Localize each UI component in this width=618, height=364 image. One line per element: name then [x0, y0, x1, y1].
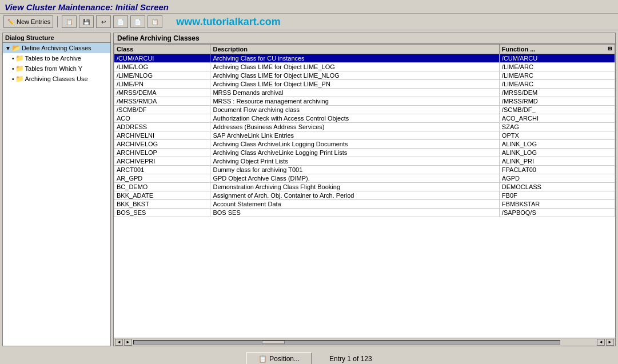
- table-row[interactable]: BOS_SESBOS SES/SAPBOQ/S: [114, 209, 615, 217]
- cell-class: AR_GPD: [114, 174, 210, 183]
- scroll-right-btn-3[interactable]: ►: [606, 339, 614, 346]
- table-row[interactable]: ARCHIVELNISAP ArchiveLink Link EntriesOP…: [114, 131, 615, 140]
- icon-4: 📄: [116, 17, 125, 26]
- folder-icon-1: 📁: [15, 54, 24, 62]
- cell-description: GPD Object Archive Class (DIMP).: [210, 174, 499, 183]
- dialog-structure-panel: Dialog Structure ▼ 📂 Define Archiving Cl…: [2, 33, 111, 346]
- new-entries-icon: ✏️: [6, 17, 15, 26]
- table-header-row: Class Description Function ... ⊞: [114, 45, 615, 54]
- col-header-function: Function ... ⊞: [499, 45, 615, 54]
- position-button[interactable]: 📋 Position...: [246, 352, 312, 364]
- sidebar-item-define[interactable]: ▼ 📂 Define Archiving Classes: [3, 43, 110, 53]
- cell-class: /LIME/PN: [114, 80, 210, 89]
- table-row[interactable]: ARCHIVEPRIArchiving Object Print ListsAL…: [114, 157, 615, 166]
- cell-function: DEMOCLASS: [499, 183, 615, 191]
- cell-description: Archiving Class ArchiveLink Logging Docu…: [210, 140, 499, 149]
- sidebar-item-archiving-label: Archiving Classes Use: [25, 75, 88, 82]
- cell-description: Demonstration Archiving Class Flight Boo…: [210, 183, 499, 191]
- table-row[interactable]: /LIME/PNArchiving Class LIME for Object …: [114, 80, 615, 89]
- scroll-left-btn[interactable]: ◄: [115, 339, 123, 346]
- toolbar-btn-3[interactable]: ↩: [96, 15, 111, 28]
- cell-function: /LIME/ARC: [499, 71, 615, 80]
- tree-arrow-define: ▼: [5, 45, 11, 51]
- cell-description: SAP ArchiveLink Link Entries: [210, 131, 499, 140]
- cell-description: BOS SES: [210, 209, 499, 217]
- toolbar-btn-6[interactable]: 📋: [147, 15, 162, 28]
- table-body: /CUM/ARCUIArchiving Class for CU instanc…: [114, 54, 615, 217]
- cell-description: Dummy class for archiving T001: [210, 166, 499, 174]
- folder-open-icon: 📂: [12, 44, 21, 52]
- table-row[interactable]: ACOAuthorization Check with Access Contr…: [114, 114, 615, 123]
- cell-description: Archiving Class for CU instances: [210, 54, 499, 63]
- scroll-track[interactable]: [133, 340, 560, 345]
- toolbar-btn-4[interactable]: 📄: [113, 15, 128, 28]
- cell-function: /MRSS/DEM: [499, 89, 615, 97]
- tree-arrow-arch: •: [12, 76, 14, 82]
- cell-description: Addresses (Business Address Services): [210, 123, 499, 131]
- cell-description: Archiving Class LIME for Object LIME_PN: [210, 80, 499, 89]
- table-row[interactable]: /SCMB/DFDocument Flow archiving class/SC…: [114, 106, 615, 114]
- cell-class: ARCT001: [114, 166, 210, 174]
- table-row[interactable]: ARCHIVELOPArchiving Class ArchiveLinke L…: [114, 149, 615, 157]
- sidebar-item-tables-archive[interactable]: • 📁 Tables to be Archive: [3, 53, 110, 63]
- table-row[interactable]: /CUM/ARCUIArchiving Class for CU instanc…: [114, 54, 615, 63]
- scroll-thumb[interactable]: [262, 341, 285, 344]
- cell-class: ARCHIVELOG: [114, 140, 210, 149]
- col-header-description: Description: [210, 45, 499, 54]
- new-entries-button[interactable]: ✏️ New Entries: [3, 15, 53, 28]
- watermark: www.tutorialkart.com: [176, 16, 280, 28]
- toolbar-btn-5[interactable]: 📄: [130, 15, 145, 28]
- cell-class: ARCHIVELNI: [114, 131, 210, 140]
- col-header-class: Class: [114, 45, 210, 54]
- sidebar-item-define-label: Define Archiving Classes: [22, 45, 91, 51]
- data-panel: Define Archiving Classes Class Descripti…: [113, 33, 616, 346]
- sidebar-item-tables-from[interactable]: • 📁 Tables from Which Y: [3, 63, 110, 74]
- table-row[interactable]: /LIME/NLOGArchiving Class LIME for Objec…: [114, 71, 615, 80]
- right-panel-title: Define Archiving Classes: [114, 33, 615, 44]
- cell-function: /LIME/ARC: [499, 80, 615, 89]
- cell-function: FBMBKSTAR: [499, 200, 615, 209]
- cell-class: BC_DEMO: [114, 183, 210, 191]
- table-row[interactable]: BC_DEMODemonstration Archiving Class Fli…: [114, 183, 615, 191]
- cell-class: BKK_BKST: [114, 200, 210, 209]
- sidebar-item-tables-from-label: Tables from Which Y: [25, 65, 83, 72]
- tree-arrow-tables: •: [12, 55, 14, 62]
- table-row[interactable]: /MRSS/DEMAMRSS Demands archival/MRSS/DEM: [114, 89, 615, 97]
- table-row[interactable]: ARCT001Dummy class for archiving T001FPA…: [114, 166, 615, 174]
- cell-function: ACO_ARCHI: [499, 114, 615, 123]
- cell-description: Archiving Object Print Lists: [210, 157, 499, 166]
- cell-function: ALINK_LOG: [499, 149, 615, 157]
- icon-2: 💾: [82, 17, 91, 26]
- cell-description: Account Statement Data: [210, 200, 499, 209]
- cell-function: /MRSS/RMD: [499, 97, 615, 106]
- cell-class: ADDRESS: [114, 123, 210, 131]
- dialog-structure-title: Dialog Structure: [3, 33, 110, 43]
- table-row[interactable]: BKK_ADATEAssignment of Arch. Obj. Contai…: [114, 191, 615, 200]
- cell-description: Assignment of Arch. Obj. Container to Ar…: [210, 191, 499, 200]
- cell-function: FB0F: [499, 191, 615, 200]
- horizontal-scrollbar[interactable]: ◄ ► ◄ ►: [114, 338, 615, 346]
- table-wrapper[interactable]: Class Description Function ... ⊞ /CUM/AR…: [114, 44, 615, 338]
- cell-class: /SCMB/DF: [114, 106, 210, 114]
- toolbar-btn-1[interactable]: 📋: [62, 15, 77, 28]
- folder-icon-3: 📁: [15, 75, 24, 83]
- table-row[interactable]: AR_GPDGPD Object Archive Class (DIMP).AG…: [114, 174, 615, 183]
- cell-class: ARCHIVEPRI: [114, 157, 210, 166]
- table-row[interactable]: /MRSS/RMDAMRSS : Resource management arc…: [114, 97, 615, 106]
- cell-function: ALINK_LOG: [499, 140, 615, 149]
- table-row[interactable]: BKK_BKSTAccount Statement DataFBMBKSTAR: [114, 200, 615, 209]
- icon-5: 📄: [133, 17, 142, 26]
- toolbar: ✏️ New Entries 📋 💾 ↩ 📄 📄 📋 www.tutorialk…: [0, 14, 618, 30]
- cell-class: ARCHIVELOP: [114, 149, 210, 157]
- icon-6: 📋: [150, 17, 160, 26]
- scroll-right-btn-2[interactable]: ◄: [597, 339, 605, 346]
- folder-icon-2: 📁: [15, 65, 24, 73]
- cell-class: /CUM/ARCUI: [114, 54, 210, 63]
- table-row[interactable]: ARCHIVELOGArchiving Class ArchiveLink Lo…: [114, 140, 615, 149]
- sidebar-item-archiving[interactable]: • 📁 Archiving Classes Use: [3, 74, 110, 84]
- scroll-right-btn[interactable]: ►: [124, 339, 132, 346]
- table-row[interactable]: ADDRESSAddresses (Business Address Servi…: [114, 123, 615, 131]
- page-title: View Cluster Maintenance: Initial Screen: [5, 2, 613, 12]
- toolbar-btn-2[interactable]: 💾: [79, 15, 94, 28]
- table-row[interactable]: /LIME/LOGArchiving Class LIME for Object…: [114, 63, 615, 71]
